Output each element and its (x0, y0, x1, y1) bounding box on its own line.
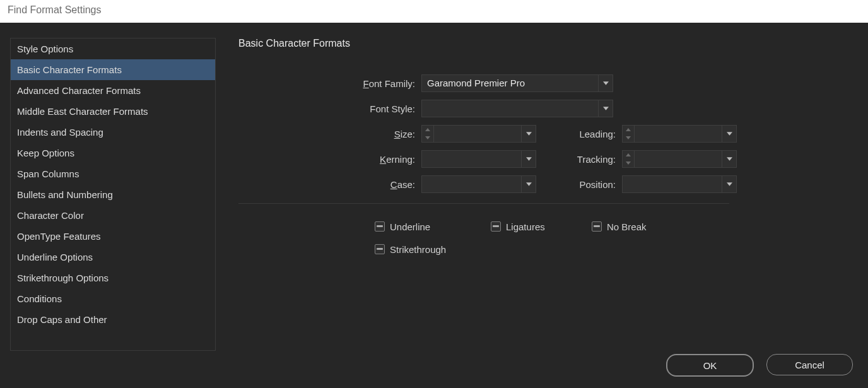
case-combo[interactable] (421, 175, 536, 193)
kerning-value (422, 151, 521, 167)
font-family-label: Font Family: (238, 78, 421, 89)
chevron-down-icon[interactable] (623, 134, 634, 142)
sidebar-item-conditions[interactable]: Conditions (11, 288, 215, 309)
chevron-down-icon[interactable] (722, 151, 736, 167)
chevron-up-icon[interactable] (623, 126, 634, 134)
window-title: Find Format Settings (0, 0, 868, 23)
sidebar-item-bullets-and-numbering[interactable]: Bullets and Numbering (11, 184, 215, 205)
ligatures-checkbox[interactable]: Ligatures (491, 221, 592, 232)
sidebar-item-strikethrough-options[interactable]: Strikethrough Options (11, 267, 215, 288)
font-family-combo[interactable]: Garamond Premier Pro (421, 74, 613, 92)
sidebar-item-drop-caps-and-other[interactable]: Drop Caps and Other (11, 309, 215, 330)
position-combo[interactable] (622, 175, 737, 193)
checkbox-icon (592, 221, 602, 232)
sidebar-item-opentype-features[interactable]: OpenType Features (11, 226, 215, 247)
strikethrough-checkbox-label: Strikethrough (390, 244, 446, 255)
dialog-body: Style Options Basic Character Formats Ad… (0, 23, 868, 388)
leading-label: Leading: (559, 129, 622, 139)
tracking-combo[interactable] (622, 150, 737, 168)
font-family-value: Garamond Premier Pro (422, 75, 598, 91)
case-label: Case: (238, 179, 421, 190)
underline-checkbox-label: Underline (390, 221, 430, 232)
strikethrough-checkbox[interactable]: Strikethrough (375, 244, 491, 255)
font-style-value (422, 100, 598, 117)
kerning-label: Kerning: (238, 154, 421, 165)
chevron-down-icon[interactable] (598, 75, 613, 91)
settings-panel: Basic Character Formats Font Family: Gar… (238, 38, 855, 344)
chevron-up-icon[interactable] (623, 151, 634, 159)
chevron-down-icon[interactable] (521, 176, 536, 192)
position-label: Position: (559, 179, 622, 190)
chevron-down-icon[interactable] (521, 151, 536, 167)
panel-title: Basic Character Formats (238, 38, 855, 49)
chevron-down-icon[interactable] (422, 134, 433, 142)
leading-combo[interactable] (622, 125, 737, 143)
underline-checkbox[interactable]: Underline (375, 221, 491, 232)
sidebar-item-keep-options[interactable]: Keep Options (11, 143, 215, 163)
leading-value (635, 126, 722, 142)
chevron-down-icon[interactable] (722, 176, 736, 192)
checkbox-icon (375, 221, 385, 232)
tracking-value (635, 151, 722, 167)
sidebar-item-underline-options[interactable]: Underline Options (11, 247, 215, 267)
ok-button[interactable]: OK (666, 354, 754, 377)
sidebar-item-style-options[interactable]: Style Options (11, 38, 215, 59)
font-style-label: Font Style: (238, 103, 421, 114)
no-break-checkbox[interactable]: No Break (592, 221, 708, 232)
size-value (434, 126, 521, 142)
chevron-down-icon[interactable] (521, 126, 536, 142)
chevron-down-icon[interactable] (623, 159, 634, 167)
sidebar-item-span-columns[interactable]: Span Columns (11, 163, 215, 184)
font-style-combo[interactable] (421, 100, 613, 117)
sidebar-item-indents-and-spacing[interactable]: Indents and Spacing (11, 122, 215, 143)
ligatures-checkbox-label: Ligatures (506, 221, 545, 232)
chevron-down-icon[interactable] (722, 126, 736, 142)
cancel-button[interactable]: Cancel (766, 354, 853, 375)
leading-spinner[interactable] (623, 126, 635, 142)
sidebar-item-advanced-character-formats[interactable]: Advanced Character Formats (11, 80, 215, 101)
sidebar-item-basic-character-formats[interactable]: Basic Character Formats (11, 59, 215, 80)
checkbox-icon (491, 221, 501, 232)
size-label: Size: (238, 129, 421, 139)
size-spinner[interactable] (422, 126, 434, 142)
category-sidebar: Style Options Basic Character Formats Ad… (10, 38, 216, 351)
tracking-label: Tracking: (559, 154, 622, 165)
chevron-up-icon[interactable] (422, 126, 433, 134)
dialog-buttons: OK Cancel (666, 354, 853, 377)
tracking-spinner[interactable] (623, 151, 635, 167)
chevron-down-icon[interactable] (598, 100, 613, 117)
sidebar-item-middle-east-character-formats[interactable]: Middle East Character Formats (11, 101, 215, 122)
checkbox-icon (375, 244, 385, 254)
case-value (422, 176, 521, 192)
no-break-checkbox-label: No Break (607, 221, 647, 232)
sidebar-item-character-color[interactable]: Character Color (11, 205, 215, 226)
separator (238, 203, 729, 204)
size-combo[interactable] (421, 125, 536, 143)
kerning-combo[interactable] (421, 150, 536, 168)
position-value (623, 176, 722, 192)
